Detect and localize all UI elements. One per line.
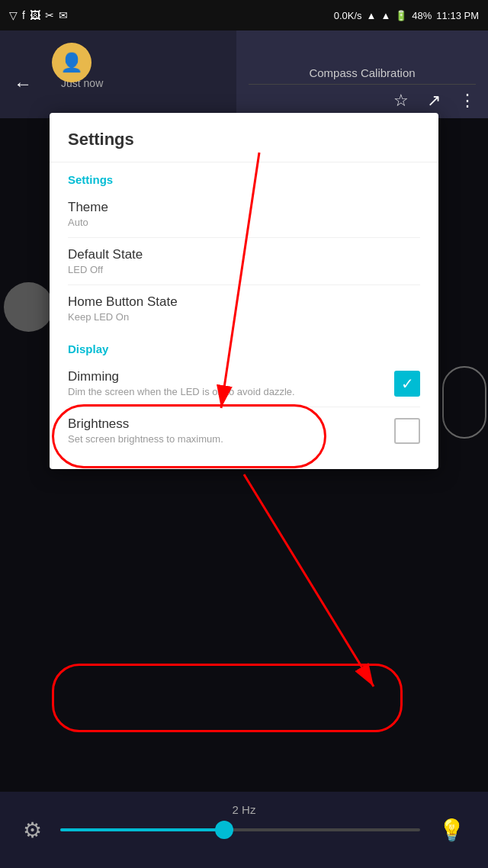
facebook-icon: f (22, 9, 25, 21)
more-button[interactable]: ⋮ (459, 91, 476, 111)
home-button-state-title: Home Button State (68, 294, 420, 310)
back-button[interactable]: ← (14, 73, 32, 95)
status-right: 0.0K/s ▲ ▲ 🔋 48% 11:13 PM (334, 10, 479, 21)
brightness-checkbox[interactable] (394, 418, 420, 444)
theme-sub: Auto (68, 217, 420, 228)
status-icons-left: ▽ f 🖼 ✂ ✉ (9, 9, 68, 21)
section-label-display: Display (50, 332, 438, 360)
settings-card: Settings Settings Theme Auto Default Sta… (50, 113, 438, 469)
settings-title: Settings (50, 113, 438, 162)
status-bar: ▽ f 🖼 ✂ ✉ 0.0K/s ▲ ▲ 🔋 48% 11:13 PM (0, 0, 488, 31)
battery-icon: 🔋 (395, 10, 407, 21)
slider-track[interactable] (60, 828, 420, 831)
slider-container[interactable] (60, 828, 420, 831)
right-circle (442, 366, 486, 439)
clock: 11:13 PM (436, 10, 479, 21)
star-button[interactable]: ☆ (393, 91, 409, 111)
brightness-item[interactable]: Brightness Set screen brightness to maxi… (50, 407, 438, 454)
dimming-item[interactable]: Dimming Dim the screen when the LED is o… (50, 360, 438, 407)
slider-text: 2 Hz (233, 803, 256, 816)
slider-fill (60, 828, 222, 831)
signal-icon: ▲ (367, 10, 377, 21)
home-button-state-item[interactable]: Home Button State Keep LED On (50, 285, 438, 332)
app-bar-icons: ☆ ↗ ⋮ (249, 91, 476, 111)
brightness-sub: Set screen brightness to maximum. (68, 433, 394, 445)
notif-avatar: 👤 (52, 43, 92, 82)
default-state-title: Default State (68, 247, 420, 262)
network-speed: 0.0K/s (334, 10, 362, 21)
dimming-sub: Dim the screen when the LED is on to avo… (68, 386, 394, 397)
dimming-text: Dimming Dim the screen when the LED is o… (68, 369, 394, 397)
dimming-title: Dimming (68, 369, 394, 384)
image-icon: 🖼 (30, 9, 40, 21)
battery-pct: 48% (412, 10, 432, 21)
vpn-icon: ▽ (9, 9, 18, 21)
left-circle (4, 282, 53, 332)
app-bar-title: Compass Calibration (249, 66, 476, 85)
default-state-item[interactable]: Default State LED Off (50, 238, 438, 285)
email-icon: ✉ (59, 9, 68, 21)
theme-item[interactable]: Theme Auto (50, 191, 438, 237)
section-label-settings: Settings (50, 162, 438, 191)
brightness-text: Brightness Set screen brightness to maxi… (68, 416, 394, 445)
slider-thumb[interactable] (215, 821, 233, 839)
home-button-state-sub: Keep LED On (68, 311, 420, 323)
share-button[interactable]: ↗ (427, 91, 441, 111)
app-bar: Compass Calibration ☆ ↗ ⋮ (236, 31, 488, 118)
bottom-nav: ⚙ 💡 2 Hz (0, 792, 488, 868)
theme-title: Theme (68, 200, 420, 215)
default-state-sub: LED Off (68, 264, 420, 275)
signal-icon2: ▲ (380, 10, 390, 21)
dimming-checkbox[interactable]: ✓ (394, 371, 420, 397)
notification-bar: ← You Just now (0, 31, 236, 118)
cut-icon: ✂ (45, 9, 54, 21)
settings-nav-icon[interactable]: ⚙ (23, 818, 42, 843)
bulb-nav-icon[interactable]: 💡 (438, 818, 465, 843)
brightness-title: Brightness (68, 416, 394, 432)
